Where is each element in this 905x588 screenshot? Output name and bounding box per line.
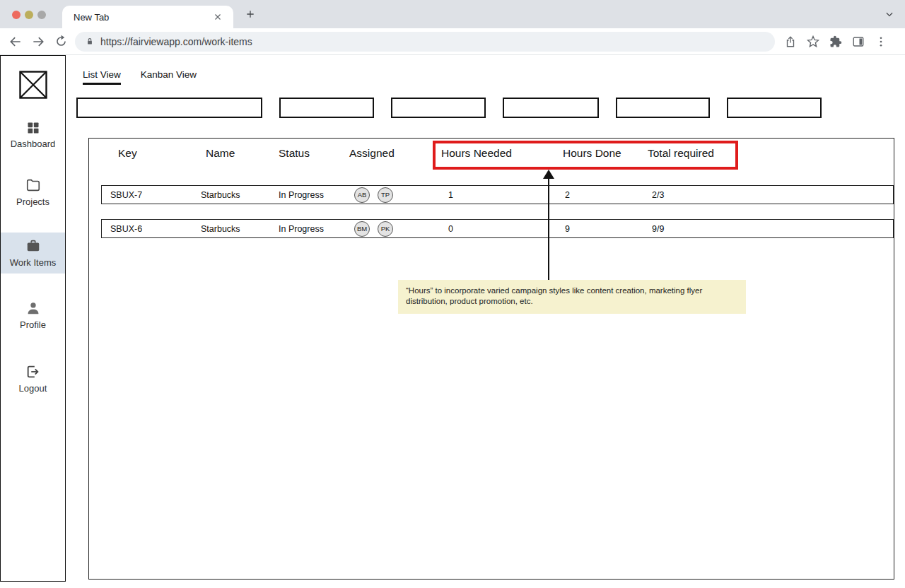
sidebar-item-label: Profile <box>1 319 65 330</box>
avatar: TP <box>378 187 393 203</box>
extensions-puzzle-icon[interactable] <box>827 33 844 50</box>
cell-name: Starbucks <box>201 224 240 234</box>
column-header-total-required: Total required <box>648 147 714 160</box>
cell-hours-done: 9 <box>565 224 570 234</box>
view-tabs: List View Kanban View <box>83 69 197 85</box>
column-header-assigned: Assigned <box>349 147 395 160</box>
tab-kanban-view[interactable]: Kanban View <box>141 69 197 85</box>
browser-tab[interactable]: New Tab <box>62 6 233 28</box>
folder-icon <box>1 177 65 193</box>
filter-box[interactable] <box>391 98 486 118</box>
work-items-table: Key Name Status Assigned Hours Needed Ho… <box>88 138 894 580</box>
browser-menu-icon[interactable] <box>872 33 889 50</box>
tab-strip: New Tab <box>0 0 905 28</box>
person-icon <box>1 300 65 316</box>
annotation-note: “Hours” to incorporate varied campaign s… <box>398 280 746 314</box>
cell-status: In Progress <box>279 224 324 234</box>
cell-hours-needed: 0 <box>448 224 453 234</box>
cell-name: Starbucks <box>201 190 240 200</box>
forward-button[interactable] <box>30 33 47 50</box>
window-maximize-button[interactable] <box>37 11 46 19</box>
url-text: https://fairviewapp.com/work-items <box>100 36 252 47</box>
window-minimize-button[interactable] <box>25 11 33 19</box>
dashboard-icon <box>1 121 65 135</box>
table-row[interactable]: SBUX-7 Starbucks In Progress AB TP 1 2 2… <box>101 185 894 204</box>
table-row[interactable]: SBUX-6 Starbucks In Progress BM PK 0 9 9… <box>101 219 894 238</box>
filter-box[interactable] <box>727 98 822 118</box>
cell-total-required: 2/3 <box>652 190 664 200</box>
sidebar-item-dashboard[interactable]: Dashboard <box>1 115 65 152</box>
back-button[interactable] <box>7 33 24 50</box>
filter-box[interactable] <box>76 98 262 118</box>
app-content: Dashboard Projects Work Items Profile <box>0 55 905 588</box>
filter-box[interactable] <box>279 98 374 118</box>
logo-placeholder[interactable] <box>19 71 47 99</box>
cell-key: SBUX-6 <box>110 224 142 234</box>
cell-status: In Progress <box>279 190 324 200</box>
cell-assigned: AB TP <box>354 187 393 203</box>
avatar: BM <box>354 221 370 237</box>
new-tab-button[interactable] <box>242 6 259 23</box>
column-header-name: Name <box>206 147 235 160</box>
lock-icon <box>85 37 95 47</box>
sidebar: Dashboard Projects Work Items Profile <box>0 55 66 582</box>
share-icon[interactable] <box>782 33 799 50</box>
column-header-status: Status <box>279 147 310 160</box>
main-panel: List View Kanban View Key Name Status As… <box>66 55 905 588</box>
browser-window: New Tab https:/ <box>0 0 905 588</box>
bookmark-star-icon[interactable] <box>805 33 822 50</box>
cell-hours-needed: 1 <box>448 190 453 200</box>
window-close-button[interactable] <box>12 11 21 19</box>
tab-title: New Tab <box>74 12 209 23</box>
cell-key: SBUX-7 <box>110 190 142 200</box>
cell-assigned: BM PK <box>354 221 393 237</box>
cell-hours-done: 2 <box>565 190 570 200</box>
tab-search-chevron-icon[interactable] <box>881 6 898 23</box>
column-header-hours-needed: Hours Needed <box>441 147 512 160</box>
filter-box[interactable] <box>503 98 599 118</box>
filter-row <box>76 98 822 118</box>
sidebar-item-label: Dashboard <box>1 139 65 149</box>
address-bar[interactable]: https://fairviewapp.com/work-items <box>75 32 775 52</box>
sidebar-item-label: Projects <box>1 196 65 207</box>
side-panel-icon[interactable] <box>850 33 867 50</box>
sidebar-item-work-items[interactable]: Work Items <box>1 233 65 274</box>
sidebar-item-logout[interactable]: Logout <box>1 358 65 399</box>
reload-button[interactable] <box>52 33 69 50</box>
avatar: PK <box>378 221 393 237</box>
column-header-key: Key <box>118 147 137 160</box>
annotation-arrow-line <box>548 178 549 280</box>
sidebar-item-profile[interactable]: Profile <box>1 295 65 336</box>
sidebar-item-label: Work Items <box>1 257 65 268</box>
tab-list-view[interactable]: List View <box>83 69 121 85</box>
avatar: AB <box>354 187 370 203</box>
sidebar-item-label: Logout <box>1 383 65 394</box>
briefcase-icon <box>1 238 65 254</box>
column-header-hours-done: Hours Done <box>563 147 621 160</box>
browser-toolbar: https://fairviewapp.com/work-items <box>0 28 905 55</box>
cell-total-required: 9/9 <box>652 224 664 234</box>
filter-box[interactable] <box>616 98 710 118</box>
tab-close-icon[interactable] <box>209 8 226 25</box>
sidebar-item-projects[interactable]: Projects <box>1 172 65 211</box>
logout-icon <box>1 364 65 380</box>
